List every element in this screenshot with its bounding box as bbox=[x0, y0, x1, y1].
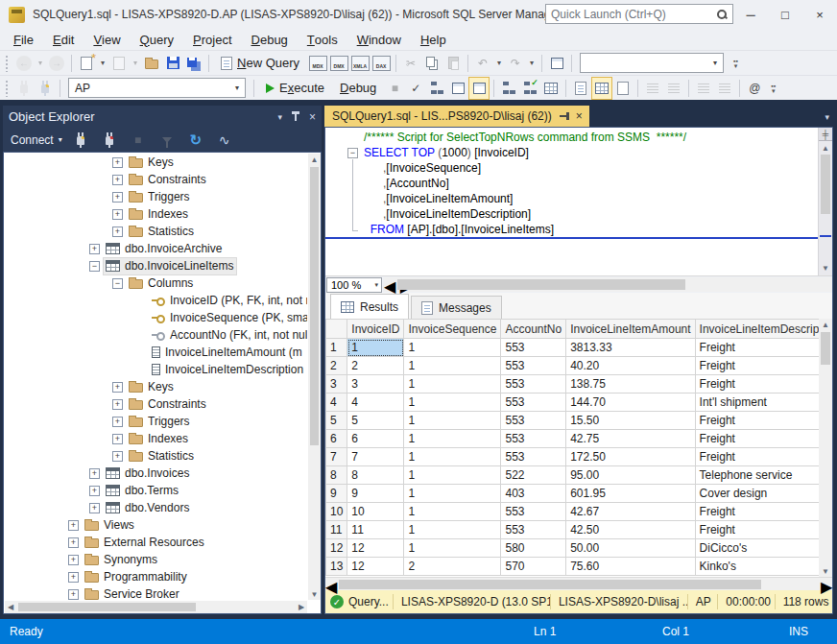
save-icon[interactable] bbox=[163, 53, 182, 74]
grid-cell[interactable]: Freight bbox=[695, 448, 832, 466]
tree-item[interactable]: +Constraints bbox=[5, 395, 307, 413]
close-tab-icon[interactable]: × bbox=[576, 109, 583, 123]
grid-row-number[interactable]: 12 bbox=[326, 539, 347, 558]
grid-cell[interactable]: 1 bbox=[347, 339, 404, 357]
undo-dropdown[interactable]: ▾ bbox=[494, 53, 504, 74]
grid-cell[interactable]: 580 bbox=[501, 539, 566, 558]
menu-item-file[interactable]: File bbox=[4, 29, 43, 50]
tree-vertical-scrollbar[interactable]: ▲ ▼ bbox=[308, 154, 321, 600]
tree-horizontal-scrollbar[interactable]: ◀ ▶ bbox=[5, 601, 307, 613]
menu-item-query[interactable]: Query bbox=[131, 29, 183, 50]
new-dax-query-icon[interactable]: DAX bbox=[371, 53, 391, 74]
debug-button[interactable]: Debug bbox=[333, 78, 383, 99]
close-panel-icon[interactable]: × bbox=[309, 110, 316, 124]
new-dmx-query-icon[interactable]: DMX bbox=[329, 53, 348, 74]
grid-row-number[interactable]: 6 bbox=[326, 430, 347, 448]
tree-expander-icon[interactable]: − bbox=[112, 278, 123, 289]
grid-cell[interactable]: 1 bbox=[404, 412, 501, 430]
results-to-text-icon[interactable] bbox=[571, 78, 590, 99]
quick-launch-input[interactable]: Quick Launch (Ctrl+Q) bbox=[545, 4, 733, 24]
paste-icon[interactable] bbox=[443, 53, 463, 74]
nav-backward-icon[interactable]: ← bbox=[14, 53, 34, 74]
editor-horizontal-scrollbar[interactable]: ◀ ▶ bbox=[384, 277, 832, 292]
grid-cell[interactable]: Freight bbox=[695, 357, 832, 375]
grid-cell[interactable]: 1 bbox=[404, 430, 501, 448]
grid-cell[interactable]: Int'l shipment bbox=[695, 394, 832, 412]
grid-cell[interactable]: 42.67 bbox=[566, 503, 695, 521]
grid-column-header[interactable]: AccountNo bbox=[501, 320, 566, 339]
tree-item[interactable]: InvoiceLineItemAmount (m bbox=[5, 344, 307, 361]
change-connection-icon[interactable] bbox=[36, 78, 55, 99]
grid-cell[interactable]: 403 bbox=[501, 485, 566, 503]
grid-cell[interactable]: 42.75 bbox=[566, 430, 695, 448]
grid-cell[interactable]: 12 bbox=[347, 558, 404, 576]
grid-cell[interactable]: 7 bbox=[347, 448, 404, 466]
tree-expander-icon[interactable]: + bbox=[112, 434, 123, 444]
results-to-file-icon[interactable] bbox=[613, 78, 633, 99]
tab-messages[interactable]: Messages bbox=[411, 296, 502, 319]
tree-expander-icon[interactable]: + bbox=[89, 244, 100, 254]
filter-icon[interactable] bbox=[157, 130, 177, 151]
refresh-icon[interactable]: ↻ bbox=[186, 130, 205, 151]
scroll-left-icon[interactable]: ◀ bbox=[384, 278, 395, 295]
menu-item-project[interactable]: Project bbox=[183, 29, 242, 50]
grid-cell[interactable]: 1 bbox=[404, 503, 501, 521]
tree-item[interactable]: −dbo.InvoiceLineItems bbox=[5, 257, 307, 274]
query-options-icon[interactable] bbox=[448, 78, 467, 99]
tree-expander-icon[interactable]: + bbox=[112, 192, 123, 203]
save-all-icon[interactable] bbox=[184, 53, 203, 74]
grid-cell[interactable]: 12 bbox=[347, 539, 404, 558]
grid-row-number[interactable]: 9 bbox=[326, 485, 347, 503]
grid-cell[interactable]: 553 bbox=[501, 448, 566, 466]
grid-row-number[interactable]: 8 bbox=[326, 466, 347, 485]
grid-row-number[interactable]: 5 bbox=[326, 412, 347, 430]
splitter-handle-icon[interactable]: ╪ bbox=[819, 128, 832, 141]
increase-indent-icon[interactable] bbox=[715, 78, 734, 99]
new-xmla-query-icon[interactable]: XMLA bbox=[350, 53, 370, 74]
tree-item[interactable]: +Views bbox=[5, 516, 307, 534]
grid-cell[interactable]: 553 bbox=[501, 412, 566, 430]
menu-item-debug[interactable]: Debug bbox=[242, 29, 298, 50]
panel-menu-icon[interactable]: ▾ bbox=[277, 112, 282, 122]
copy-icon[interactable] bbox=[422, 53, 442, 74]
grid-cell[interactable]: 1 bbox=[404, 375, 501, 394]
tree-item[interactable]: +Statistics bbox=[5, 223, 307, 240]
tree-item[interactable]: InvoiceID (PK, FK, int, not nu bbox=[5, 292, 307, 309]
comment-out-icon[interactable] bbox=[643, 78, 662, 99]
grid-cell[interactable]: Freight bbox=[695, 339, 832, 357]
grid-cell[interactable]: 1 bbox=[404, 448, 501, 466]
execute-button[interactable]: Execute bbox=[259, 78, 331, 99]
redo-icon[interactable]: ↷ bbox=[506, 53, 525, 74]
grid-cell[interactable]: 50.00 bbox=[566, 539, 695, 558]
pin-icon[interactable] bbox=[559, 111, 569, 122]
scroll-down-icon[interactable]: ▼ bbox=[308, 588, 321, 600]
nav-backward-dropdown[interactable]: ▾ bbox=[36, 53, 45, 74]
grid-cell[interactable]: 570 bbox=[501, 558, 566, 576]
tree-item[interactable]: +External Resources bbox=[5, 534, 307, 551]
grid-cell[interactable]: 553 bbox=[501, 394, 566, 412]
tree-item[interactable]: +Keys bbox=[5, 378, 307, 395]
maximize-button[interactable]: □ bbox=[768, 0, 802, 29]
code-collapse-icon[interactable]: − bbox=[347, 148, 358, 158]
results-to-grid-icon[interactable] bbox=[592, 78, 611, 99]
grid-cell[interactable]: 4 bbox=[347, 394, 404, 412]
decrease-indent-icon[interactable] bbox=[694, 78, 713, 99]
grid-cell[interactable]: 8 bbox=[347, 466, 404, 485]
new-mdx-query-icon[interactable]: MDX bbox=[308, 53, 327, 74]
document-tab[interactable]: SQLQuery1.sql - LIS...PS8920-D\lisaj (62… bbox=[324, 106, 589, 127]
tree-item[interactable]: +Triggers bbox=[5, 413, 307, 430]
grid-row-number[interactable]: 2 bbox=[326, 357, 347, 375]
tree-expander-icon[interactable]: + bbox=[89, 503, 100, 513]
uncomment-icon[interactable] bbox=[664, 78, 683, 99]
grid-cell[interactable]: 553 bbox=[501, 375, 566, 394]
grid-cell[interactable]: 1 bbox=[404, 394, 501, 412]
grid-cell[interactable]: Telephone service bbox=[695, 466, 832, 485]
grid-cell[interactable]: 11 bbox=[347, 521, 404, 539]
scroll-right-icon[interactable]: ▶ bbox=[296, 601, 307, 613]
grid-cell[interactable]: Kinko's bbox=[695, 558, 832, 576]
grid-cell[interactable]: 3813.33 bbox=[566, 339, 695, 357]
tree-expander-icon[interactable]: − bbox=[89, 261, 100, 272]
tree-expander-icon[interactable]: + bbox=[112, 399, 123, 410]
grid-cell[interactable]: Cover design bbox=[695, 485, 832, 503]
live-query-statistics-icon[interactable] bbox=[541, 78, 561, 99]
